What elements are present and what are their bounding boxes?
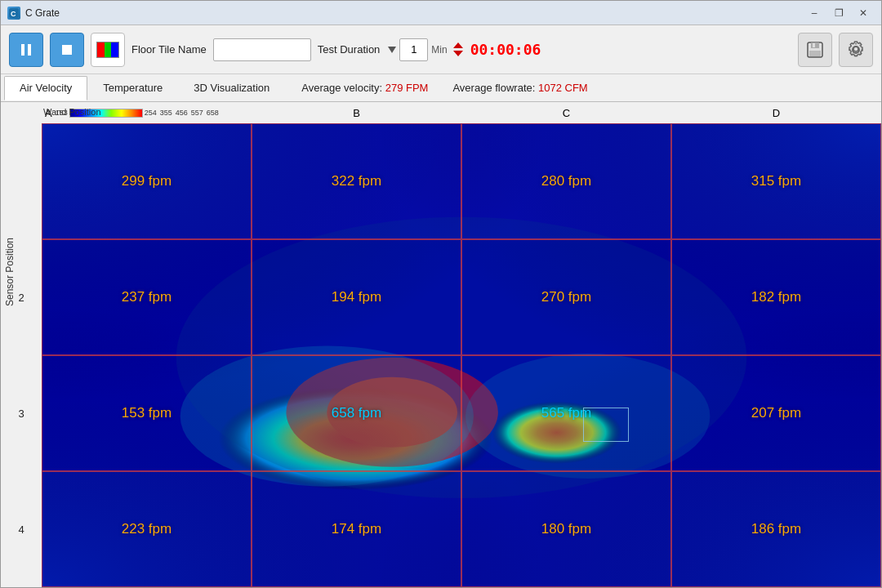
selection-rect	[583, 408, 629, 442]
pause-button[interactable]	[9, 33, 43, 67]
window-controls: – ❐ ✕	[803, 4, 875, 22]
save-icon	[805, 40, 825, 60]
close-button[interactable]: ✕	[852, 4, 875, 22]
settings-button[interactable]	[839, 33, 873, 67]
stop-button[interactable]	[50, 33, 84, 67]
svg-marker-5	[388, 47, 396, 53]
minimize-button[interactable]: –	[803, 4, 826, 22]
cell-0-1: 322 fpm	[252, 123, 461, 239]
floor-tile-label: Floor Tile Name	[131, 43, 207, 56]
row-label-4: 4	[1, 471, 42, 587]
cell-0-3: 315 fpm	[671, 123, 881, 239]
svg-marker-6	[453, 42, 463, 48]
duration-unit: Min	[430, 44, 448, 56]
main-content: Wand Position Sensor Position 2 3 4 A 15…	[1, 102, 881, 587]
timer-display: 00:00:06	[470, 41, 541, 58]
cell-1-2: 270 fpm	[461, 239, 671, 355]
svg-rect-10	[813, 43, 815, 47]
col-header-d: D	[671, 102, 881, 123]
window-title: C Grate	[25, 7, 803, 19]
increment-icon[interactable]	[452, 41, 464, 49]
sensor-position-label: Sensor Position	[4, 143, 16, 306]
svg-rect-3	[28, 44, 31, 56]
pause-icon	[19, 42, 33, 57]
row-label-3: 3	[1, 355, 42, 471]
color-button[interactable]	[91, 33, 125, 67]
cell-2-1: 658 fpm	[252, 355, 461, 471]
tab-stats: Average velocity: 279 FPM Average flowra…	[301, 82, 878, 94]
cell-2-0: 153 fpm	[42, 355, 252, 471]
avg-velocity-stat: Average velocity: 279 FPM	[301, 82, 428, 94]
avg-flowrate-stat: Average flowrate: 1072 CFM	[452, 82, 587, 94]
decrement-icon[interactable]	[452, 50, 464, 58]
heatmap-area: 299 fpm 322 fpm 280 fpm 315 fpm 237 fpm …	[42, 123, 881, 587]
toolbar: Floor Tile Name Test Duration 1 Min 00:0…	[1, 25, 881, 74]
cell-3-0: 223 fpm	[42, 471, 252, 587]
floor-tile-input[interactable]	[213, 38, 311, 61]
duration-control: 1 Min	[386, 38, 463, 61]
grid-overlay: 299 fpm 322 fpm 280 fpm 315 fpm 237 fpm …	[42, 123, 881, 587]
tab-3d-visualization[interactable]: 3D Visualization	[178, 76, 285, 100]
gear-icon	[847, 41, 865, 59]
svg-rect-11	[809, 51, 821, 56]
svg-rect-4	[62, 45, 72, 55]
cell-3-3: 186 fpm	[671, 471, 881, 587]
maximize-button[interactable]: ❐	[827, 4, 850, 22]
cell-3-1: 174 fpm	[252, 471, 461, 587]
wand-position-label: Wand Position	[43, 107, 101, 117]
stop-icon	[60, 42, 74, 57]
svg-rect-2	[21, 44, 24, 56]
cell-2-2: 565 fpm	[461, 355, 671, 471]
tab-temperature[interactable]: Temperature	[87, 76, 178, 100]
tab-air-velocity[interactable]: Air Velocity	[4, 76, 87, 100]
cell-0-0: 299 fpm	[42, 123, 252, 239]
svg-marker-7	[453, 51, 463, 56]
cell-3-2: 180 fpm	[461, 471, 671, 587]
svg-text:C: C	[11, 10, 16, 18]
col-header-c: C	[461, 102, 671, 123]
cell-0-2: 280 fpm	[461, 123, 671, 239]
app-icon: C	[7, 7, 20, 20]
cell-1-3: 182 fpm	[671, 239, 881, 355]
dropdown-arrow-icon[interactable]	[386, 42, 398, 58]
test-duration-label: Test Duration	[318, 43, 381, 56]
main-window: C C Grate – ❐ ✕	[0, 0, 882, 588]
col-header-b: B	[252, 102, 461, 123]
col-headers: A 153 254 355 456 557 658 B C D	[42, 102, 881, 123]
cell-2-3: 207 fpm	[671, 355, 881, 471]
cell-1-1: 194 fpm	[252, 239, 461, 355]
title-bar: C C Grate – ❐ ✕	[1, 1, 881, 25]
duration-input[interactable]: 1	[399, 38, 428, 61]
save-button[interactable]	[798, 33, 832, 67]
tab-bar: Air Velocity Temperature 3D Visualizatio…	[1, 74, 881, 102]
color-icon	[96, 42, 119, 58]
cell-1-0: 237 fpm	[42, 239, 252, 355]
